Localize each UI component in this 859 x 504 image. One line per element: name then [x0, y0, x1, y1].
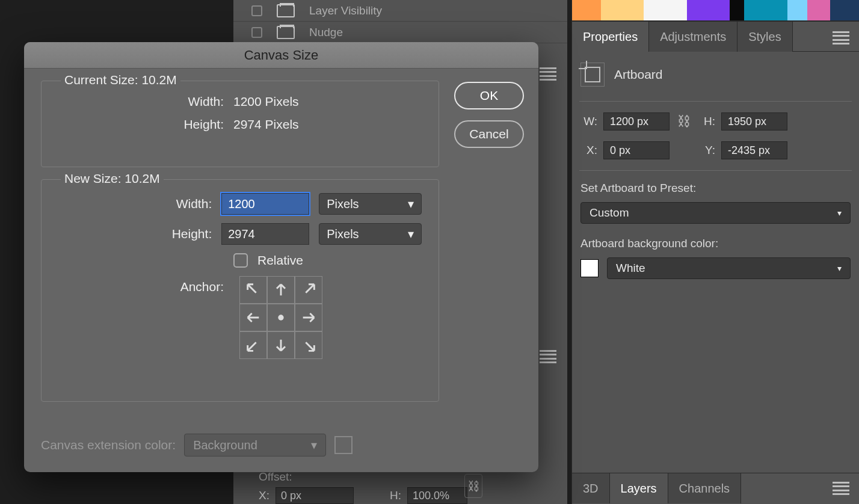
- y-label: Y:: [698, 144, 715, 157]
- chevron-down-icon: ▾: [311, 438, 317, 452]
- history-step-icon: [277, 4, 295, 17]
- height-unit-value: Pixels: [327, 227, 359, 241]
- anchor-e[interactable]: [295, 304, 322, 331]
- width-input[interactable]: [603, 112, 670, 131]
- link-icon[interactable]: ⛓: [464, 474, 482, 498]
- bgcolor-dropdown[interactable]: White ▾: [607, 257, 851, 279]
- canvas-size-dialog: Canvas Size OK Cancel Current Size: 10.2…: [24, 42, 538, 472]
- divider: [579, 170, 852, 171]
- preset-dropdown[interactable]: Custom ▾: [580, 202, 851, 224]
- history-step-icon: [277, 26, 295, 39]
- x-label: X:: [580, 144, 597, 157]
- extension-color-label: Canvas extension color:: [41, 438, 176, 452]
- anchor-sw[interactable]: [239, 331, 267, 359]
- current-width-label: Width:: [58, 94, 224, 109]
- tab-layers[interactable]: Layers: [610, 473, 668, 503]
- relative-checkbox[interactable]: [233, 253, 248, 268]
- new-height-label: Height:: [58, 227, 212, 241]
- panel-menu-icon[interactable]: [540, 350, 556, 363]
- bottom-panel-tabs: 3D Layers Channels: [572, 473, 859, 504]
- height-unit-dropdown[interactable]: Pixels ▾: [319, 223, 422, 245]
- chevron-down-icon: ▾: [408, 197, 414, 211]
- height-input[interactable]: [721, 112, 787, 131]
- x-input[interactable]: [603, 141, 670, 159]
- anchor-center[interactable]: [267, 304, 295, 331]
- extension-color-dropdown: Background ▾: [184, 434, 326, 456]
- history-row[interactable]: Layer Visibility: [233, 0, 567, 22]
- extension-color-swatch: [334, 436, 353, 454]
- relative-label: Relative: [257, 253, 303, 268]
- anchor-s[interactable]: [267, 331, 295, 359]
- properties-panel: Properties Adjustments Styles Artboard W…: [571, 0, 859, 504]
- height-label: H:: [698, 115, 715, 128]
- y-input[interactable]: [721, 141, 787, 159]
- dialog-title: Canvas Size: [24, 42, 538, 69]
- offset-h-label: H:: [390, 489, 401, 502]
- tab-3d[interactable]: 3D: [572, 473, 610, 503]
- preset-value: Custom: [590, 206, 629, 220]
- link-dimensions-icon[interactable]: ⛓: [676, 114, 692, 129]
- panel-menu-icon[interactable]: [833, 31, 849, 45]
- anchor-grid: [239, 276, 322, 359]
- current-width-value: 1200 Pixels: [233, 94, 299, 109]
- chevron-down-icon: ▾: [408, 227, 414, 241]
- width-unit-dropdown[interactable]: Pixels ▾: [319, 193, 422, 215]
- current-height-value: 2974 Pixels: [233, 117, 299, 132]
- artboard-title: Artboard: [614, 67, 663, 82]
- svg-point-0: [278, 315, 283, 320]
- anchor-ne[interactable]: [295, 276, 322, 304]
- bgcolor-section-label: Artboard background color:: [580, 237, 851, 250]
- current-height-label: Height:: [58, 117, 224, 132]
- panel-tabs: Properties Adjustments Styles: [572, 22, 859, 52]
- history-checkbox[interactable]: [251, 27, 262, 38]
- history-label: Layer Visibility: [309, 4, 382, 17]
- bgcolor-value: White: [616, 262, 645, 275]
- panel-menu-icon[interactable]: [833, 482, 849, 495]
- preset-section-label: Set Artboard to Preset:: [580, 182, 851, 195]
- offset-x-label: X:: [259, 489, 269, 502]
- ok-button[interactable]: OK: [454, 82, 524, 109]
- anchor-w[interactable]: [239, 304, 267, 331]
- anchor-n[interactable]: [267, 276, 295, 304]
- offset-label: Offset:: [259, 470, 559, 484]
- width-label: W:: [580, 115, 597, 128]
- width-unit-value: Pixels: [327, 197, 359, 211]
- thumbnail-strip: [572, 0, 859, 22]
- new-size-label: New Size: 10.2M: [61, 171, 164, 186]
- current-size-label: Current Size: 10.2M: [61, 73, 180, 87]
- extension-color-value: Background: [193, 438, 257, 452]
- divider: [579, 101, 852, 102]
- tab-styles[interactable]: Styles: [737, 22, 792, 52]
- tab-adjustments[interactable]: Adjustments: [649, 22, 737, 52]
- offset-x-input[interactable]: [276, 487, 354, 504]
- history-checkbox[interactable]: [251, 5, 262, 16]
- new-height-input[interactable]: [221, 223, 309, 245]
- tab-properties[interactable]: Properties: [572, 22, 649, 52]
- chevron-down-icon: ▾: [837, 263, 842, 273]
- anchor-se[interactable]: [295, 331, 322, 359]
- offset-h-input[interactable]: [407, 487, 467, 504]
- history-label: Nudge: [309, 26, 343, 39]
- cancel-button[interactable]: Cancel: [454, 120, 524, 148]
- tab-channels[interactable]: Channels: [668, 473, 742, 503]
- anchor-nw[interactable]: [239, 276, 267, 304]
- new-width-input[interactable]: [221, 193, 309, 215]
- artboard-icon: [580, 63, 605, 87]
- panel-menu-icon[interactable]: [540, 67, 556, 81]
- character-offset-section: Offset: X: H: ⛓: [259, 470, 559, 504]
- new-width-label: Width:: [58, 197, 212, 211]
- anchor-label: Anchor:: [58, 276, 224, 294]
- history-row[interactable]: Nudge: [233, 22, 567, 43]
- chevron-down-icon: ▾: [837, 208, 842, 218]
- bgcolor-swatch[interactable]: [580, 259, 599, 277]
